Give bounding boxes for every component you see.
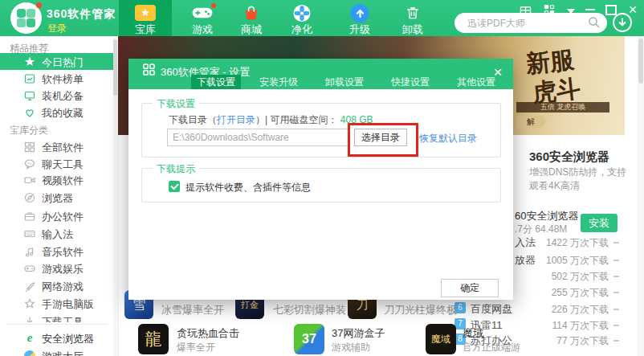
sidebar-item-download-tools[interactable]: 下载工具: [0, 313, 113, 322]
minimize-button[interactable]: [584, 3, 597, 16]
dialog-header: 360软件管家 - 设置 × 下载设置 安装升级 卸载设置 快捷设置 其他设置: [128, 59, 513, 89]
tips-checkbox[interactable]: [169, 181, 180, 192]
confirm-button[interactable]: 确定: [441, 279, 499, 297]
sidebar-item-video-software[interactable]: 视频软件: [0, 171, 113, 188]
sidebar-item-favorites[interactable]: 我的收藏: [0, 104, 113, 121]
nav-tab-mall[interactable]: 商城: [230, 0, 273, 36]
search-icon[interactable]: [588, 16, 601, 32]
maximize-button[interactable]: [605, 3, 618, 16]
settings-dialog: 360软件管家 - 设置 × 下载设置 安装升级 卸载设置 快捷设置 其他设置 …: [128, 59, 513, 300]
trash-icon: [406, 4, 421, 22]
group-legend: 下载提示: [153, 162, 199, 176]
game-icon[interactable]: 龍: [138, 324, 169, 354]
game-subtitle: 官方正版端游: [463, 341, 520, 354]
sidebar-item-hot-today[interactable]: ★ 今日热门: [0, 53, 113, 70]
ranking-row[interactable]: 6 百度网盘 226 万次下载: [450, 301, 610, 316]
sidebar-item-secure-browser[interactable]: e 安全浏览器: [0, 329, 113, 346]
sidebar-item-input-methods[interactable]: 输入法: [0, 225, 113, 242]
nav-tab-uninstall[interactable]: 卸载: [391, 0, 434, 36]
gift-icon[interactable]: [519, 3, 532, 16]
sidebar-scrollbar-thumb[interactable]: [113, 39, 117, 96]
nav-tab-upgrade[interactable]: 升级: [338, 0, 381, 36]
grid-icon: [23, 141, 36, 153]
sidebar: 精品推荐 ★ 今日热门 软件榜单 装机必备 我的收藏 宝库分类 全部软件 聊天工…: [0, 36, 119, 356]
trend-flat-icon: [613, 309, 619, 310]
choose-directory-button[interactable]: 选择目录: [354, 129, 407, 146]
group-legend: 下载设置: [153, 97, 199, 111]
promo-title[interactable]: 360安全浏览器: [529, 149, 609, 165]
star-icon: ★: [135, 4, 156, 22]
sword-icon: [23, 280, 36, 292]
game-title[interactable]: 魔域: [463, 326, 483, 341]
gamepad-icon: [191, 4, 214, 22]
nav-tab-games[interactable]: 游戏: [180, 0, 225, 36]
download-path-input[interactable]: [167, 129, 348, 146]
sidebar-item-game-entertainment[interactable]: 游戏娱乐: [0, 260, 113, 276]
restore-default-link[interactable]: 恢复默认目录: [419, 132, 477, 145]
sidebar-item-mobile-games-pc[interactable]: 手游电脑版: [0, 295, 113, 312]
search-input[interactable]: [466, 15, 585, 31]
game-subtitle: 游戏辅助: [332, 341, 370, 354]
sidebar-item-essential-apps[interactable]: 装机必备: [0, 87, 113, 104]
game-icon[interactable]: 37: [294, 324, 324, 354]
login-link[interactable]: 登录: [47, 22, 67, 35]
check-icon: [170, 182, 179, 190]
heart-icon: [23, 106, 36, 118]
ranking-list-icon: [23, 72, 36, 84]
divider: [6, 324, 108, 325]
dialog-tab-install-upgrade[interactable]: 安装升级: [257, 75, 300, 89]
top-navbar: 360软件管家 登录 ★ 宝库 游戏 商城 净化: [0, 0, 644, 36]
sidebar-item-game-hall[interactable]: 游戏大厅: [0, 347, 113, 356]
arrow-up-circle-icon: [351, 4, 369, 22]
banner-tagline: 五倍 龙虎召唤: [516, 102, 609, 113]
sidebar-item-software-ranking[interactable]: 软件榜单: [0, 70, 113, 87]
game-icon[interactable]: 魔域: [426, 324, 456, 354]
sidebar-item-online-games[interactable]: 网络游戏: [0, 277, 113, 294]
tips-checkbox-label: 提示软件收费、含插件等信息: [185, 181, 311, 194]
download-icon: [23, 315, 36, 322]
music-note-icon: [23, 245, 36, 257]
chevron-down-icon[interactable]: [565, 5, 577, 18]
sidebar-section-title: 宝库分类: [10, 124, 48, 137]
apps-grid-icon[interactable]: [543, 3, 556, 16]
star-icon: ★: [23, 55, 36, 68]
app-title: 360软件管家: [47, 7, 116, 22]
install-button[interactable]: 安装: [581, 214, 618, 232]
sidebar-item-music-software[interactable]: 音乐软件: [0, 243, 113, 260]
game-title[interactable]: 贪玩热血合击: [177, 326, 239, 341]
sidebar-item-browsers[interactable]: 浏览器: [0, 189, 113, 206]
sidebar-item-office-software[interactable]: 办公软件: [0, 207, 113, 224]
game-hall-icon: [23, 350, 36, 356]
dialog-tab-uninstall-settings[interactable]: 卸载设置: [323, 75, 366, 89]
close-button[interactable]: ×: [626, 3, 639, 16]
dialog-tab-other-settings[interactable]: 其他设置: [454, 75, 498, 89]
game-label[interactable]: 七彩切割爆神装: [273, 303, 346, 317]
nav-tab-purify[interactable]: 净化: [280, 0, 324, 36]
download-dir-label: 下载目录（打开目录）| 可用磁盘空间： 408 GB: [169, 113, 373, 127]
fan-icon: [293, 4, 312, 22]
trend-flat-icon: [613, 340, 619, 342]
game-title[interactable]: 37网游盒子: [332, 326, 385, 341]
banner-ribbon-button[interactable]: 解: [516, 116, 545, 128]
trend-flat-icon: [613, 325, 619, 326]
trend-flat-icon: [613, 260, 619, 261]
open-directory-link[interactable]: 打开目录: [217, 114, 255, 125]
notification-dot-icon: [211, 3, 216, 8]
game-label[interactable]: 刀刀光柱爆终极: [384, 303, 457, 317]
chat-bubble-icon: [23, 158, 36, 170]
dialog-logo-icon: [143, 63, 155, 79]
monitor-icon: [23, 89, 36, 101]
sidebar-item-all-software[interactable]: 全部软件: [0, 138, 113, 155]
game-label[interactable]: 冰雪爆率全开: [161, 303, 224, 317]
main-scrollbar-thumb[interactable]: [638, 39, 643, 84]
app-logo: [10, 2, 42, 34]
app-logo-grid-icon: [17, 9, 35, 27]
keyboard-icon: [23, 227, 36, 239]
briefcase-icon: [23, 210, 36, 222]
trend-flat-icon: [613, 242, 619, 243]
trend-flat-icon: [613, 276, 619, 277]
dialog-tab-download-settings[interactable]: 下载设置: [191, 75, 241, 89]
nav-tab-treasury[interactable]: ★ 宝库: [119, 0, 172, 36]
sidebar-item-chat-tools[interactable]: 聊天工具: [0, 155, 113, 172]
dialog-tab-shortcut-settings[interactable]: 快捷设置: [389, 75, 432, 89]
